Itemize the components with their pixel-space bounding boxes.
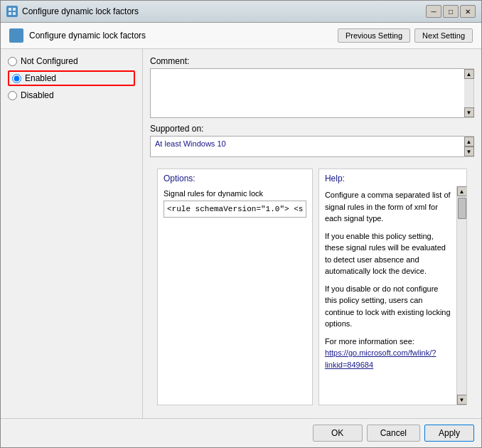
header-title: Configure dynamic lock factors xyxy=(29,31,146,41)
help-para-1: Configure a comma separated list of sign… xyxy=(325,189,451,225)
comment-section: Comment: ▲ ▼ xyxy=(150,56,474,118)
header-left: Configure dynamic lock factors xyxy=(9,28,146,43)
scroll-up-arrow[interactable]: ▲ xyxy=(464,69,474,79)
main-window: Configure dynamic lock factors ─ □ ✕ Con… xyxy=(0,0,482,448)
not-configured-option[interactable]: Not Configured xyxy=(8,56,135,66)
help-para-4: For more information see: https://go.mic… xyxy=(325,336,451,371)
disabled-option[interactable]: Disabled xyxy=(8,90,135,100)
options-panel: Options: Signal rules for dynamic lock xyxy=(157,169,313,405)
not-configured-label: Not Configured xyxy=(21,56,78,66)
window-title: Configure dynamic lock factors xyxy=(22,6,422,16)
enabled-radio[interactable] xyxy=(12,74,21,83)
header-buttons: Previous Setting Next Setting xyxy=(338,28,473,43)
enabled-label: Enabled xyxy=(25,73,56,83)
right-panel: Comment: ▲ ▼ Supported on: At least Wind… xyxy=(143,49,481,418)
scroll-down-arrow[interactable]: ▼ xyxy=(464,107,474,117)
header-bar: Configure dynamic lock factors Previous … xyxy=(1,23,481,49)
close-button[interactable]: ✕ xyxy=(460,5,476,18)
help-title: Help: xyxy=(319,169,466,186)
help-scroll-down[interactable]: ▼ xyxy=(457,395,467,405)
help-scroll-up[interactable]: ▲ xyxy=(457,186,467,196)
options-content: Signal rules for dynamic lock xyxy=(158,186,312,405)
window-icon xyxy=(6,6,18,17)
left-panel: Not Configured Enabled Disabled xyxy=(1,49,143,418)
apply-button[interactable]: Apply xyxy=(424,425,474,442)
window-controls: ─ □ ✕ xyxy=(426,5,476,18)
next-setting-button[interactable]: Next Setting xyxy=(414,28,473,43)
bottom-bar: OK Cancel Apply xyxy=(1,418,481,447)
comment-scrollbar: ▲ ▼ xyxy=(464,68,474,118)
lower-content: Options: Signal rules for dynamic lock H… xyxy=(150,163,474,411)
help-scrollbar: ▲ ▼ xyxy=(456,186,466,405)
radio-group: Not Configured Enabled Disabled xyxy=(8,56,135,100)
main-content: Not Configured Enabled Disabled Comment: xyxy=(1,49,481,418)
svg-rect-1 xyxy=(13,8,16,11)
help-para-2: If you enable this policy setting, these… xyxy=(325,230,451,277)
options-input[interactable] xyxy=(164,201,306,218)
help-link[interactable]: https://go.microsoft.com/fwlink/?linkid=… xyxy=(325,348,437,369)
help-content: Configure a comma separated list of sign… xyxy=(319,186,456,405)
disabled-label: Disabled xyxy=(21,90,54,100)
header-icon xyxy=(9,28,23,43)
ok-button[interactable]: OK xyxy=(313,425,363,442)
disabled-radio[interactable] xyxy=(8,91,17,100)
comment-label: Comment: xyxy=(150,56,474,66)
supported-label: Supported on: xyxy=(150,124,474,134)
minimize-button[interactable]: ─ xyxy=(426,5,441,18)
not-configured-radio[interactable] xyxy=(8,57,17,66)
svg-rect-0 xyxy=(9,8,11,11)
enabled-option[interactable]: Enabled xyxy=(8,70,135,86)
comment-textarea[interactable] xyxy=(150,68,464,118)
previous-setting-button[interactable]: Previous Setting xyxy=(338,28,410,43)
supported-section: Supported on: At least Windows 10 ▲ ▼ xyxy=(150,124,474,157)
supported-value: At least Windows 10 xyxy=(150,136,464,157)
supported-scroll-down[interactable]: ▼ xyxy=(464,146,474,156)
help-para-3: If you disable or do not configure this … xyxy=(325,283,451,330)
supported-scrollbar: ▲ ▼ xyxy=(464,136,474,157)
title-bar: Configure dynamic lock factors ─ □ ✕ xyxy=(1,1,481,23)
svg-rect-2 xyxy=(9,12,11,15)
help-panel: Help: Configure a comma separated list o… xyxy=(318,169,467,405)
options-subtitle: Signal rules for dynamic lock xyxy=(164,189,306,198)
options-title: Options: xyxy=(158,169,312,186)
cancel-button[interactable]: Cancel xyxy=(367,425,420,442)
help-scroll-thumb[interactable] xyxy=(458,198,466,219)
supported-scroll-up[interactable]: ▲ xyxy=(464,137,474,146)
maximize-button[interactable]: □ xyxy=(443,5,459,18)
svg-rect-3 xyxy=(13,12,16,15)
